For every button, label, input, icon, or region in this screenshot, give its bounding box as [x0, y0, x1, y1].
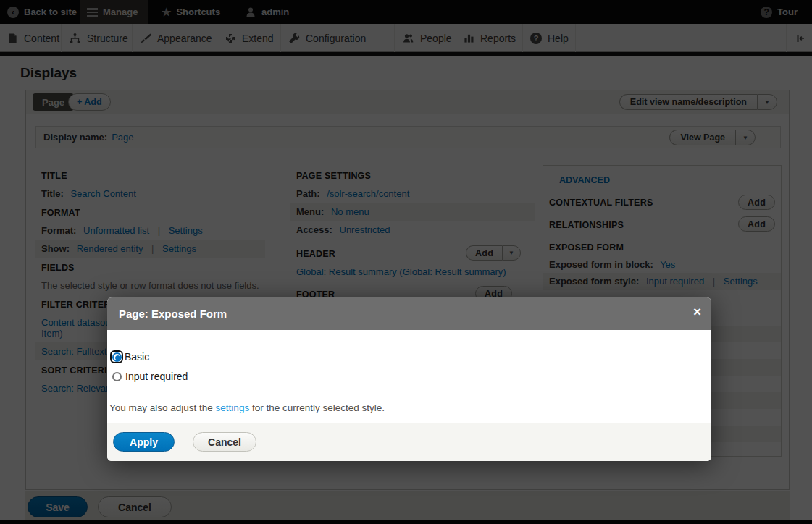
dialog-footer: Apply Cancel	[107, 423, 711, 461]
close-icon[interactable]: ×	[693, 305, 701, 318]
radio-input-required-label[interactable]: Input required	[125, 371, 188, 382]
dialog-title: Page: Exposed Form	[119, 308, 227, 320]
radio-basic-label[interactable]: Basic	[125, 351, 149, 363]
dialog-note: You may also adjust the settings for the…	[109, 402, 385, 413]
exposed-form-dialog: Page: Exposed Form × Basic Input require…	[107, 297, 711, 461]
radio-selected-icon[interactable]	[110, 350, 123, 363]
drupal-views-edit-page: ‹ Back to site Manage ★ Shortcuts admin …	[0, 0, 812, 524]
note-text-after: for the currently selected style.	[249, 402, 385, 413]
dialog-cancel-button[interactable]: Cancel	[193, 432, 256, 452]
radio-option-input-required[interactable]: Input required	[110, 371, 188, 382]
dialog-body: Basic Input required You may also adjust…	[107, 330, 711, 423]
dialog-header[interactable]: Page: Exposed Form ×	[107, 297, 711, 330]
note-text-before: You may also adjust the	[109, 402, 216, 413]
apply-button[interactable]: Apply	[113, 432, 175, 452]
note-settings-link[interactable]: settings	[216, 402, 250, 413]
radio-unselected-icon[interactable]	[112, 372, 122, 381]
radio-option-basic[interactable]: Basic	[110, 350, 149, 363]
